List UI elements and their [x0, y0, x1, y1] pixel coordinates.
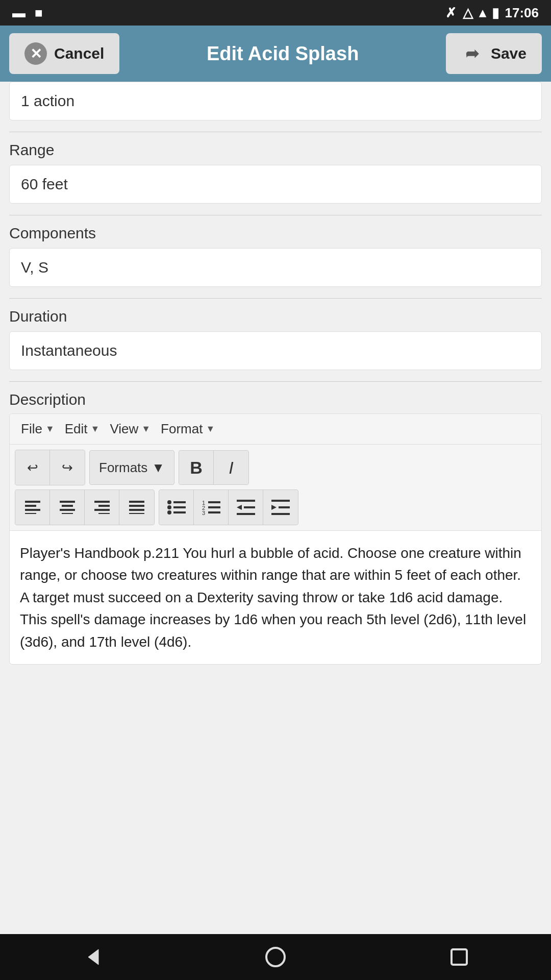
menu-edit-label: Edit: [65, 421, 88, 437]
svg-text:3: 3: [202, 510, 205, 515]
unordered-list-button[interactable]: [159, 490, 194, 525]
ordered-list-button[interactable]: 1 2 3: [194, 490, 229, 525]
align-left-button[interactable]: [15, 490, 50, 525]
svg-point-18: [167, 505, 171, 509]
svg-rect-17: [173, 501, 186, 503]
align-right-button[interactable]: [85, 490, 119, 525]
svg-rect-12: [129, 501, 144, 503]
toolbar-row-1: ↩ ↪ Formats ▼ B I: [15, 450, 536, 485]
save-button[interactable]: ➦ Save: [446, 33, 542, 74]
svg-point-20: [167, 510, 171, 514]
chevron-down-icon: ▼: [91, 424, 100, 434]
bold-button[interactable]: B: [179, 450, 214, 485]
svg-rect-4: [60, 501, 75, 503]
menu-file-label: File: [21, 421, 42, 437]
undo-button[interactable]: ↩: [15, 450, 50, 485]
chevron-down-icon: ▼: [45, 424, 55, 434]
cancel-button[interactable]: ✕ Cancel: [9, 33, 119, 74]
menu-view-label: View: [110, 421, 138, 437]
redo-icon: ↪: [62, 460, 73, 476]
svg-rect-2: [25, 509, 40, 511]
svg-rect-3: [25, 513, 36, 514]
form-content: 1 action Range 60 feet Components V, S D…: [0, 82, 551, 934]
svg-rect-7: [62, 513, 73, 514]
divider-description: [9, 381, 542, 382]
svg-rect-11: [98, 513, 110, 514]
clock: 17:06: [505, 5, 539, 21]
undo-icon: ↩: [27, 460, 38, 476]
page-title: Edit Acid Splash: [119, 43, 446, 65]
save-label: Save: [491, 45, 527, 62]
svg-rect-9: [98, 505, 110, 507]
svg-rect-8: [94, 501, 110, 503]
svg-rect-23: [208, 501, 220, 503]
align-group: [15, 489, 155, 525]
components-label: Components: [9, 225, 542, 242]
range-field[interactable]: 60 feet: [9, 165, 542, 204]
svg-marker-36: [88, 949, 98, 965]
svg-rect-21: [173, 511, 186, 513]
signal-icon: ▴: [479, 5, 486, 21]
align-justify-button[interactable]: [119, 490, 154, 525]
range-label: Range: [9, 141, 542, 159]
back-button[interactable]: [74, 939, 110, 975]
status-bar: ▬ ■ ✗ △ ▴ ▮ 17:06: [0, 0, 551, 26]
align-center-button[interactable]: [50, 490, 85, 525]
home-button[interactable]: [258, 939, 293, 975]
svg-rect-13: [129, 505, 144, 507]
components-field[interactable]: V, S: [9, 248, 542, 287]
description-label: Description: [9, 391, 542, 408]
svg-rect-6: [60, 509, 75, 511]
svg-rect-31: [237, 513, 255, 515]
cancel-label: Cancel: [54, 45, 104, 62]
list-group: 1 2 3: [159, 489, 298, 525]
svg-marker-29: [237, 505, 242, 510]
battery-icon: ▮: [492, 5, 499, 21]
menu-format[interactable]: Format ▼: [158, 419, 218, 439]
bug-icon: ■: [35, 5, 43, 21]
casting-time-field[interactable]: 1 action: [9, 82, 542, 120]
menu-format-label: Format: [161, 421, 203, 437]
duration-field[interactable]: Instantaneous: [9, 331, 542, 370]
duration-label: Duration: [9, 308, 542, 325]
chevron-down-icon: ▼: [141, 424, 151, 434]
svg-rect-25: [208, 506, 220, 508]
formats-dropdown[interactable]: Formats ▼: [89, 450, 174, 485]
bold-italic-group: B I: [179, 450, 249, 485]
editor-toolbar: ↩ ↪ Formats ▼ B I: [10, 445, 541, 531]
undo-redo-group: ↩ ↪: [15, 450, 85, 485]
toolbar-row-2: 1 2 3: [15, 489, 536, 525]
menu-file[interactable]: File ▼: [18, 419, 58, 439]
italic-button[interactable]: I: [214, 450, 248, 485]
svg-rect-0: [25, 501, 40, 503]
svg-rect-30: [244, 506, 255, 508]
description-editor[interactable]: File ▼ Edit ▼ View ▼ Format ▼ ↩: [9, 413, 542, 665]
divider-range: [9, 132, 542, 132]
svg-rect-35: [271, 513, 290, 515]
description-text[interactable]: Player's Handbook p.211 You hurl a bubbl…: [10, 531, 541, 664]
svg-point-37: [266, 948, 285, 966]
share-icon: ➦: [461, 42, 484, 65]
divider-components: [9, 215, 542, 215]
svg-rect-10: [94, 509, 110, 511]
status-bar-left: ▬ ■: [12, 5, 43, 21]
svg-rect-1: [25, 505, 36, 507]
svg-rect-38: [452, 949, 467, 965]
svg-rect-34: [279, 506, 290, 508]
editor-menubar: File ▼ Edit ▼ View ▼ Format ▼: [10, 414, 541, 445]
svg-rect-14: [129, 509, 144, 511]
outdent-button[interactable]: [229, 490, 263, 525]
svg-rect-15: [129, 513, 144, 514]
bluetooth-icon: ✗: [445, 5, 457, 21]
svg-rect-28: [237, 500, 255, 502]
recent-apps-button[interactable]: [441, 939, 477, 975]
indent-button[interactable]: [263, 490, 298, 525]
status-bar-right: ✗ △ ▴ ▮ 17:06: [445, 5, 539, 21]
svg-point-16: [167, 500, 171, 504]
menu-view[interactable]: View ▼: [107, 419, 154, 439]
svg-rect-19: [173, 506, 186, 508]
menu-edit[interactable]: Edit ▼: [62, 419, 103, 439]
nav-bar: [0, 934, 551, 980]
redo-button[interactable]: ↪: [50, 450, 85, 485]
cancel-icon: ✕: [24, 42, 47, 65]
